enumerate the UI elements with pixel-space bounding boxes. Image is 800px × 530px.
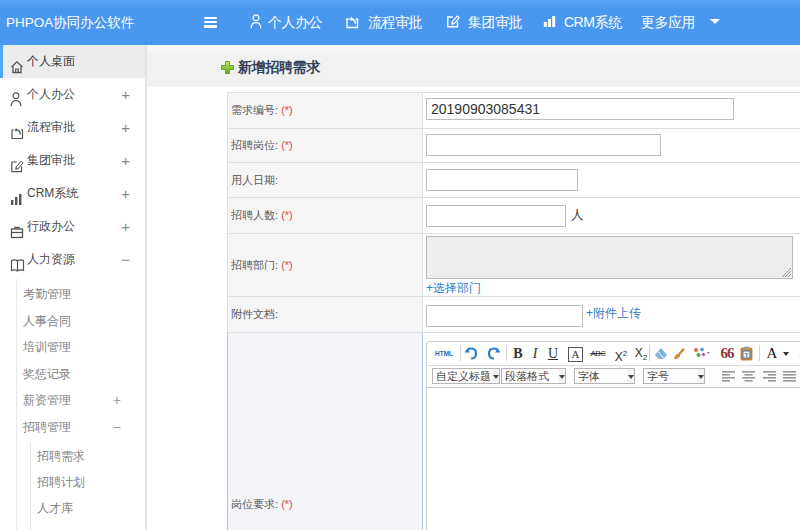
svg-text:T: T (744, 352, 748, 358)
